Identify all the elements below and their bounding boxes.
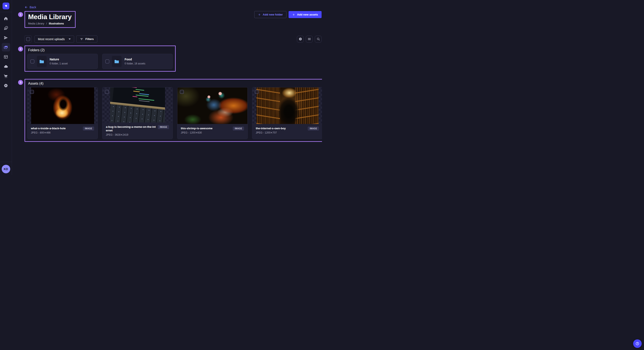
laptop-code-photo	[110, 87, 165, 123]
back-label: Back	[30, 5, 36, 9]
asset-checkbox[interactable]	[105, 90, 109, 94]
folder-meta: 0 folder, 16 assets	[124, 62, 145, 65]
sidebar-item-deploy[interactable]	[2, 62, 10, 71]
select-all-button[interactable]	[24, 35, 32, 42]
folder-name: Nature	[50, 58, 68, 61]
sidebar-item-content-type-builder[interactable]	[2, 52, 10, 61]
sidebar-item-marketplace[interactable]	[2, 72, 10, 80]
folder-icon	[39, 59, 44, 64]
asset-thumbnail	[28, 87, 98, 124]
asset-title: what-s-inside-a-black-hole	[31, 127, 81, 130]
asset-meta: JPEG - 3628✕2419	[106, 133, 156, 136]
search-button[interactable]	[315, 36, 322, 42]
asset-type-badge: IMAGE	[158, 125, 169, 129]
plus-icon	[258, 13, 261, 16]
layout-icon	[4, 55, 8, 59]
folder-meta: 0 folder, 1 asset	[50, 62, 68, 65]
view-actions	[297, 36, 322, 42]
filters-label: Filters	[86, 37, 94, 41]
gear-icon	[298, 37, 302, 41]
sidebar-item-releases[interactable]	[2, 33, 10, 42]
asset-thumbnail	[178, 87, 248, 124]
asset-checkbox[interactable]	[180, 90, 184, 94]
add-new-assets-label: Add new assets	[297, 13, 318, 16]
asset-type-badge: IMAGE	[83, 127, 94, 131]
sidebar-nav	[2, 12, 10, 90]
media-library-icon	[4, 45, 8, 49]
folder-name: Food	[124, 58, 145, 61]
sidebar-bottom: KD	[0, 162, 12, 175]
strapi-logo[interactable]	[2, 2, 9, 9]
asset-footer: the-internet-s-own-boy JPEG - 1200✕707 I…	[252, 124, 322, 139]
asset-card-internets-own-boy[interactable]: the-internet-s-own-boy JPEG - 1200✕707 I…	[252, 87, 322, 139]
view-settings-button[interactable]	[297, 36, 304, 42]
media-library-page: Back 1 Media Library Media Library / Ill…	[12, 0, 322, 142]
user-avatar[interactable]: KD	[2, 165, 10, 173]
sidebar-item-media-library[interactable]	[2, 43, 10, 51]
add-new-folder-button[interactable]: Add new folder	[254, 11, 286, 18]
breadcrumb-current: Illustrations	[49, 22, 64, 25]
folder-card-nature[interactable]: Nature 0 folder, 1 asset	[27, 54, 98, 69]
annotation-step-1: 1	[18, 12, 23, 17]
folder-checkbox[interactable]	[30, 59, 34, 63]
asset-card-bug-meme[interactable]: a-bug-is-becoming-a-meme-on-the-internet…	[102, 87, 173, 139]
feather-icon	[4, 26, 8, 30]
cart-icon	[4, 74, 8, 78]
search-icon	[316, 37, 320, 41]
breadcrumb-parent[interactable]: Media Library	[28, 22, 44, 25]
filter-icon	[80, 37, 83, 41]
sort-dropdown-value: Most recent uploads	[38, 37, 65, 41]
back-link[interactable]: Back	[24, 5, 36, 9]
black-hole-photo	[31, 87, 94, 124]
asset-thumbnail	[252, 87, 322, 124]
asset-title: a-bug-is-becoming-a-meme-on-the-internet	[106, 125, 156, 133]
asset-footer: a-bug-is-becoming-a-meme-on-the-internet…	[102, 123, 172, 139]
assets-grid: what-s-inside-a-black-hole JPEG - 800✕46…	[27, 87, 322, 139]
asset-checkbox[interactable]	[255, 90, 259, 94]
asset-type-badge: IMAGE	[308, 127, 319, 131]
asset-type-badge: IMAGE	[233, 127, 244, 131]
asset-title: this-shrimp-is-awesome	[181, 127, 231, 130]
library-portrait-photo	[256, 87, 318, 124]
gear-icon	[4, 83, 8, 88]
sidebar-item-settings[interactable]	[2, 81, 10, 90]
send-icon	[4, 35, 8, 40]
add-new-assets-button[interactable]: Add new assets	[288, 11, 322, 18]
folders-grid: Nature 0 folder, 1 asset Food 0 folder, …	[27, 54, 173, 69]
asset-meta: JPEG - 1200✕707	[256, 131, 306, 134]
portrait-figure	[256, 87, 318, 124]
sidebar: KD	[0, 0, 12, 175]
folders-heading: Folders (2)	[28, 48, 173, 52]
sort-dropdown[interactable]: Most recent uploads	[34, 35, 74, 42]
annotation-step-3: 3	[18, 80, 23, 85]
annotation-box-title: 1 Media Library Media Library / Illustra…	[24, 11, 76, 28]
strapi-logo-mark	[4, 4, 8, 8]
filters-button[interactable]: Filters	[76, 35, 97, 42]
main-content: Back 1 Media Library Media Library / Ill…	[12, 0, 322, 175]
asset-thumbnail	[102, 87, 172, 123]
chevron-down-icon	[68, 38, 71, 40]
mantis-shrimp-photo	[178, 87, 248, 124]
annotation-box-assets: 3 Assets (4) what-s-inside-a-black-hole …	[24, 79, 322, 142]
asset-card-shrimp[interactable]: this-shrimp-is-awesome JPEG - 1200✕630 I…	[177, 87, 248, 139]
sidebar-divider-bottom	[0, 162, 12, 162]
list-view-button[interactable]	[306, 36, 313, 42]
sidebar-item-home[interactable]	[2, 14, 10, 23]
folder-card-food[interactable]: Food 0 folder, 16 assets	[102, 54, 173, 69]
home-icon	[4, 16, 8, 21]
folder-checkbox[interactable]	[106, 59, 109, 63]
annotation-box-folders: 2 Folders (2) Nature 0 folder, 1 asset	[24, 45, 176, 72]
asset-meta: JPEG - 800✕466	[31, 131, 81, 134]
add-new-folder-label: Add new folder	[263, 13, 283, 16]
asset-checkbox[interactable]	[30, 90, 34, 94]
sidebar-item-content-manager[interactable]	[2, 24, 10, 32]
select-all-checkbox[interactable]	[26, 37, 30, 41]
folder-info: Food 0 folder, 16 assets	[124, 58, 145, 65]
asset-meta: JPEG - 1200✕630	[181, 131, 231, 134]
asset-footer: this-shrimp-is-awesome JPEG - 1200✕630 I…	[178, 124, 248, 139]
asset-title: the-internet-s-own-boy	[256, 127, 306, 130]
folder-tile	[112, 56, 122, 67]
header-actions: Add new folder Add new assets	[254, 11, 322, 18]
asset-card-black-hole[interactable]: what-s-inside-a-black-hole JPEG - 800✕46…	[27, 87, 98, 139]
toolbar: Most recent uploads Filters	[24, 35, 322, 42]
